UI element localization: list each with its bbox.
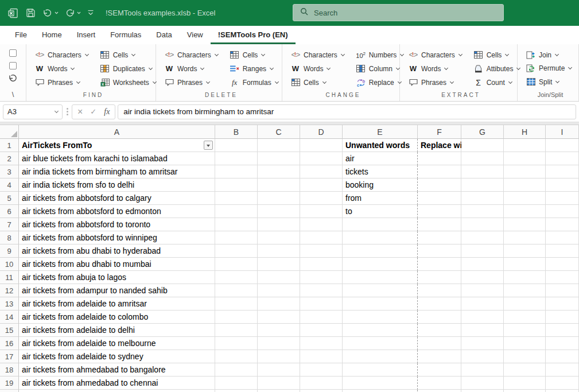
- cell-D15[interactable]: [300, 324, 343, 337]
- cell-C12[interactable]: [258, 284, 300, 297]
- extract-attibutes-button[interactable]: Attibutes: [473, 62, 520, 75]
- extract-count-button[interactable]: ΣCount: [473, 76, 520, 89]
- cell-I5[interactable]: [546, 192, 579, 205]
- cell-C11[interactable]: [258, 271, 300, 284]
- cell-C18[interactable]: [258, 363, 300, 377]
- insert-function-icon[interactable]: fx: [104, 107, 110, 117]
- cell-I2[interactable]: [546, 152, 579, 165]
- cell-E16[interactable]: [343, 337, 418, 350]
- cell-B2[interactable]: [215, 152, 258, 165]
- cell-E10[interactable]: [343, 258, 418, 271]
- cell-A12[interactable]: air tickets from adampur to nanded sahib: [19, 284, 215, 297]
- row-header-14[interactable]: 14: [0, 311, 19, 324]
- cell-G8[interactable]: [461, 231, 504, 244]
- cell-G14[interactable]: [461, 311, 504, 324]
- cell-I12[interactable]: [546, 284, 579, 297]
- cell-D1[interactable]: [300, 139, 343, 152]
- cell-C4[interactable]: [258, 178, 300, 192]
- cell-F4[interactable]: [418, 178, 461, 192]
- change-numbers-button[interactable]: 102Numbers: [356, 48, 404, 61]
- chevron-down-icon[interactable]: [55, 108, 59, 112]
- cell-I4[interactable]: [546, 178, 579, 192]
- row-header-20[interactable]: 20: [0, 390, 19, 392]
- row-header-4[interactable]: 4: [0, 178, 19, 192]
- cell-I7[interactable]: [546, 218, 579, 231]
- cell-B20[interactable]: [215, 390, 258, 392]
- cell-I9[interactable]: [546, 244, 579, 258]
- cell-G10[interactable]: [461, 258, 504, 271]
- cell-H2[interactable]: [504, 152, 546, 165]
- tab-data[interactable]: Data: [149, 26, 179, 44]
- cell-F1[interactable]: Replace with: [418, 139, 461, 152]
- cell-D16[interactable]: [300, 337, 343, 350]
- cell-G2[interactable]: [461, 152, 504, 165]
- cell-B17[interactable]: [215, 350, 258, 363]
- tab-view[interactable]: View: [180, 26, 211, 44]
- redo-icon[interactable]: [65, 9, 81, 18]
- cell-E20[interactable]: [343, 390, 418, 392]
- cell-C9[interactable]: [258, 244, 300, 258]
- name-box[interactable]: A3: [3, 104, 63, 119]
- row-header-11[interactable]: 11: [0, 271, 19, 284]
- cell-F7[interactable]: [418, 218, 461, 231]
- cell-A14[interactable]: air tickets from adelaide to colombo: [19, 311, 215, 324]
- cell-B14[interactable]: [215, 311, 258, 324]
- cell-E2[interactable]: air: [343, 152, 418, 165]
- cell-B6[interactable]: [215, 205, 258, 218]
- cell-G9[interactable]: [461, 244, 504, 258]
- cell-C5[interactable]: [258, 192, 300, 205]
- cell-D9[interactable]: [300, 244, 343, 258]
- column-header-h[interactable]: H: [504, 125, 546, 139]
- cell-D4[interactable]: [300, 178, 343, 192]
- cell-F3[interactable]: [418, 165, 461, 178]
- tab-insert[interactable]: Insert: [69, 26, 103, 44]
- delete-formulas-button[interactable]: fxFormulas: [230, 76, 278, 89]
- cell-A18[interactable]: air tickets from ahmedabad to bangalore: [19, 363, 215, 377]
- cell-F9[interactable]: [418, 244, 461, 258]
- tab-formulas[interactable]: Formulas: [103, 26, 149, 44]
- extract-phrases-button[interactable]: Phrases: [408, 76, 462, 89]
- cell-E5[interactable]: from: [343, 192, 418, 205]
- cell-I6[interactable]: [546, 205, 579, 218]
- column-header-g[interactable]: G: [461, 125, 504, 139]
- tab-file[interactable]: File: [7, 26, 34, 44]
- find-characters-button[interactable]: <!:>Characters: [34, 48, 88, 61]
- find-phrases-button[interactable]: Phrases: [34, 76, 88, 89]
- cell-F17[interactable]: [418, 350, 461, 363]
- cell-B15[interactable]: [215, 324, 258, 337]
- row-header-7[interactable]: 7: [0, 218, 19, 231]
- cell-I3[interactable]: [546, 165, 579, 178]
- cell-C2[interactable]: [258, 152, 300, 165]
- row-header-12[interactable]: 12: [0, 284, 19, 297]
- row-header-16[interactable]: 16: [0, 337, 19, 350]
- cell-D7[interactable]: [300, 218, 343, 231]
- checkbox-icon[interactable]: [9, 49, 17, 57]
- cell-H19[interactable]: [504, 377, 546, 390]
- search-input[interactable]: Search: [293, 4, 504, 21]
- cell-D2[interactable]: [300, 152, 343, 165]
- change-column-button[interactable]: Column: [356, 62, 404, 75]
- formula-input[interactable]: air india tickets from birmingham to amr…: [118, 104, 576, 119]
- cell-C17[interactable]: [258, 350, 300, 363]
- cell-C10[interactable]: [258, 258, 300, 271]
- save-icon[interactable]: [25, 7, 36, 18]
- cell-E8[interactable]: [343, 231, 418, 244]
- column-header-b[interactable]: B: [215, 125, 258, 139]
- delete-ranges-button[interactable]: Ranges: [230, 62, 278, 75]
- row-header-8[interactable]: 8: [0, 231, 19, 244]
- tab-home[interactable]: Home: [34, 26, 69, 44]
- cell-H6[interactable]: [504, 205, 546, 218]
- find-worksheets-button[interactable]: xWorksheets: [100, 76, 156, 89]
- delete-characters-button[interactable]: <!:>Characters: [164, 48, 218, 61]
- cell-B16[interactable]: [215, 337, 258, 350]
- cell-A7[interactable]: air tickets from abbotsford to toronto: [19, 218, 215, 231]
- cell-H12[interactable]: [504, 284, 546, 297]
- cell-A1[interactable]: AirTickets FromTo: [19, 139, 215, 152]
- cell-G11[interactable]: [461, 271, 504, 284]
- cell-D8[interactable]: [300, 231, 343, 244]
- cell-C6[interactable]: [258, 205, 300, 218]
- cell-B9[interactable]: [215, 244, 258, 258]
- extract-words-button[interactable]: WWords: [408, 62, 462, 75]
- cell-H16[interactable]: [504, 337, 546, 350]
- row-header-1[interactable]: 1: [0, 139, 19, 152]
